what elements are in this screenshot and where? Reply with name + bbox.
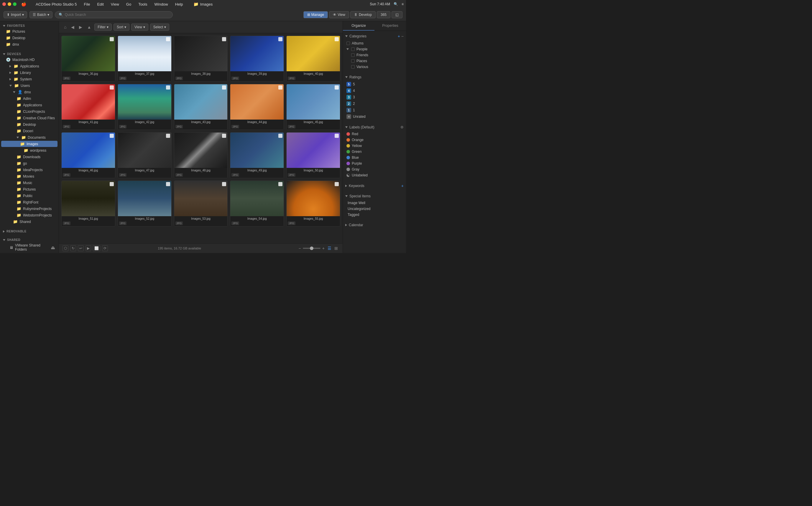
sidebar-item-desktop[interactable]: 📁 Desktop <box>1 35 58 41</box>
sidebar-item-users[interactable]: 📁 Users <box>1 82 58 89</box>
label-unlabeled[interactable]: Unlabeled <box>345 172 404 178</box>
item-checkbox[interactable] <box>110 85 114 90</box>
tab-manage[interactable]: ⊞ Manage <box>303 11 328 18</box>
item-checkbox[interactable] <box>110 134 114 138</box>
categories-header[interactable]: Categories + − <box>343 33 406 40</box>
item-checkbox[interactable] <box>335 134 339 138</box>
item-checkbox[interactable] <box>166 85 170 90</box>
rating-2[interactable]: 2 2 <box>345 100 404 107</box>
sidebar-item-rightfont[interactable]: 📁 RightFont <box>1 199 58 205</box>
label-red[interactable]: Red <box>345 131 404 137</box>
menu-window[interactable]: Window <box>153 1 169 7</box>
rotate-button[interactable]: ↻ <box>70 245 76 251</box>
sidebar-item-desktop2[interactable]: 📁 Desktop <box>1 121 58 128</box>
grid-item-16[interactable]: Images_52.jpg JPG <box>118 180 172 227</box>
grid-item-18[interactable]: Images_54.jpg JPG <box>230 180 284 227</box>
grid-item-8[interactable]: Images_44.jpg JPG <box>230 84 284 130</box>
search-icon[interactable]: 🔍 <box>394 2 398 6</box>
grid-item-12[interactable]: Images_48.jpg JPG <box>174 132 228 178</box>
sidebar-item-vmware[interactable]: 🖥 VMware Shared Folders ⏏ <box>1 242 58 252</box>
menu-tools[interactable]: Tools <box>137 1 148 7</box>
sidebar-item-go[interactable]: 📁 go <box>1 160 58 166</box>
sidebar-item-applications[interactable]: 📁 Applications <box>1 63 58 69</box>
special-uncategorized[interactable]: Uncategorized <box>345 206 404 212</box>
sidebar-item-movies[interactable]: 📁 Movies <box>1 173 58 179</box>
item-checkbox[interactable] <box>166 134 170 138</box>
sidebar-item-adlm[interactable]: 📁 Adlm <box>1 95 58 102</box>
import-button[interactable]: ⬆ Import ▾ <box>4 11 27 18</box>
people-checkbox[interactable] <box>351 48 355 51</box>
sidebar-item-wordpress[interactable]: 📁 wordpress <box>1 147 58 154</box>
sidebar-item-shared[interactable]: 📁 Shared <box>1 219 58 225</box>
tab-view[interactable]: 👁 View <box>329 11 349 18</box>
zoom-slider[interactable] <box>303 248 321 249</box>
grid-item-5[interactable]: Images_41.jpg JPG <box>61 84 115 130</box>
home-button[interactable]: ⌂ <box>63 24 68 30</box>
grid-item-6[interactable]: Images_42.jpg JPG <box>118 84 172 130</box>
menu-app[interactable]: ACDSee Photo Studio 5 <box>35 1 78 7</box>
rating-unrated[interactable]: ✕ Unrated <box>345 113 404 120</box>
batch-button[interactable]: ☰ Batch ▾ <box>29 11 53 18</box>
forward-button[interactable]: ▶ <box>77 24 84 30</box>
sidebar-item-downloads[interactable]: 📁 Downloads <box>1 154 58 160</box>
item-checkbox[interactable] <box>278 85 282 90</box>
rating-4[interactable]: 4 4 <box>345 87 404 94</box>
tab-extra[interactable]: ◱ <box>392 11 402 18</box>
menu-file[interactable]: File <box>82 1 91 7</box>
batch-dropdown-icon[interactable]: ▾ <box>48 13 49 17</box>
view-button[interactable]: View ▾ <box>131 23 148 31</box>
tab-360[interactable]: 365 <box>377 11 390 18</box>
rating-3[interactable]: 3 3 <box>345 94 404 100</box>
select-button[interactable]: Select ▾ <box>150 23 169 31</box>
grid-view-toggle[interactable]: ⊞ <box>333 245 339 251</box>
grid-item-1[interactable]: Images_37.jpg JPG <box>118 35 172 82</box>
sidebar-item-applications2[interactable]: 📁 Applications <box>1 102 58 108</box>
places-checkbox[interactable] <box>351 59 355 63</box>
grid-item-14[interactable]: Images_50.jpg JPG <box>286 132 340 178</box>
item-checkbox[interactable] <box>278 37 282 41</box>
back-button[interactable]: ◀ <box>70 24 76 30</box>
friends-checkbox[interactable] <box>351 53 355 57</box>
calendar-header[interactable]: Calendar <box>343 222 406 228</box>
various-checkbox[interactable] <box>351 65 355 69</box>
search-input[interactable] <box>65 13 169 17</box>
item-checkbox[interactable] <box>222 134 226 138</box>
up-button[interactable]: ▲ <box>85 24 92 30</box>
sidebar-item-system[interactable]: 📁 System <box>1 76 58 82</box>
sidebar-item-clion[interactable]: 📁 CLionProjects <box>1 108 58 114</box>
item-checkbox[interactable] <box>110 182 114 186</box>
maximize-button[interactable] <box>13 2 16 6</box>
eject-icon[interactable]: ⏏ <box>51 245 55 250</box>
tab-develop[interactable]: 🎚 Develop <box>350 11 376 18</box>
sidebar-item-creative-cloud[interactable]: 📁 Creative Cloud Files <box>1 115 58 121</box>
devices-header[interactable]: DEVICES <box>0 51 59 56</box>
rating-1[interactable]: 1 1 <box>345 107 404 113</box>
category-various[interactable]: Various <box>345 64 404 70</box>
category-places[interactable]: Places <box>345 58 404 64</box>
grid-item-15[interactable]: Images_51.jpg JPG <box>61 180 115 227</box>
ratings-header[interactable]: Ratings <box>343 74 406 80</box>
item-checkbox[interactable] <box>335 37 339 41</box>
label-purple[interactable]: Purple <box>345 161 404 166</box>
sidebar-item-dmx[interactable]: 📁 dmx <box>1 41 58 48</box>
minimize-button[interactable] <box>8 2 11 6</box>
favorites-header[interactable]: FAVORITES <box>0 23 59 28</box>
sidebar-item-pictures[interactable]: 📁 Pictures <box>1 28 58 34</box>
grid-item-3[interactable]: Images_39.jpg JPG <box>230 35 284 82</box>
item-checkbox[interactable] <box>222 182 226 186</box>
grid-item-7[interactable]: Images_43.jpg JPG <box>174 84 228 130</box>
rating-5[interactable]: 5 5 <box>345 81 404 87</box>
removable-header[interactable]: REMOVABLE <box>0 229 59 234</box>
close-button[interactable] <box>2 2 6 6</box>
menu-help[interactable]: Help <box>174 1 184 7</box>
special-tagged[interactable]: Tagged <box>345 212 404 218</box>
grid-item-0[interactable]: Images_36.jpg JPG <box>61 35 115 82</box>
menu-edit[interactable]: Edit <box>96 1 105 7</box>
tab-properties[interactable]: Properties <box>375 21 406 31</box>
albums-checkbox[interactable] <box>346 41 350 45</box>
labels-header[interactable]: Labels (Default) ⚙ <box>343 124 406 131</box>
label-yellow[interactable]: Yellow <box>345 143 404 149</box>
category-people[interactable]: People <box>345 46 404 52</box>
label-gray[interactable]: Gray <box>345 166 404 172</box>
sidebar-item-public[interactable]: 📁 Public <box>1 193 58 199</box>
